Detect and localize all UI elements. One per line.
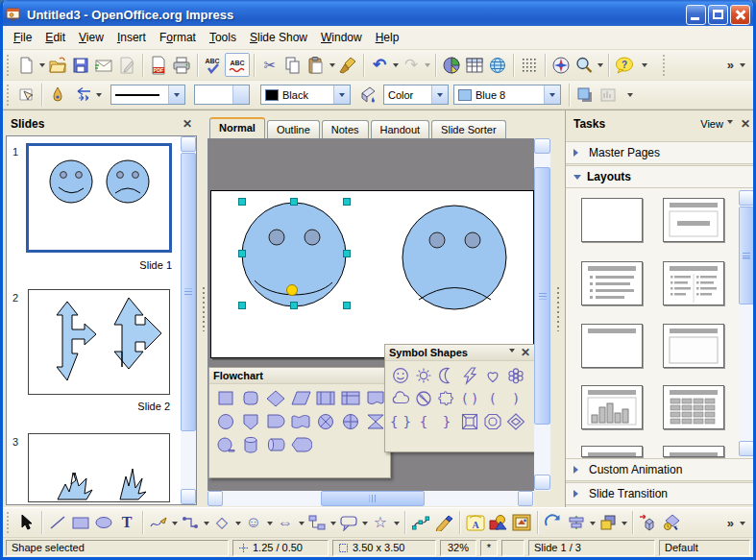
export-pdf-button[interactable]: PDF [147, 53, 170, 77]
section-layouts[interactable]: Layouts [566, 165, 756, 188]
menu-insert[interactable]: Insert [110, 27, 153, 48]
scroll-down-button[interactable] [739, 441, 754, 456]
flowchart-alternate-process[interactable] [239, 388, 263, 410]
curve-tool[interactable] [147, 511, 170, 535]
minimize-button[interactable] [686, 5, 706, 25]
slide-2-thumbnail[interactable] [28, 289, 170, 395]
moon-icon[interactable] [435, 365, 459, 387]
tasks-view-button[interactable]: View [700, 118, 723, 130]
flowchart-direct-access-storage[interactable] [264, 434, 288, 456]
flowchart-or[interactable] [314, 411, 338, 433]
menu-edit[interactable]: Edit [38, 27, 72, 48]
alignment-dropdown-arrow[interactable] [590, 522, 596, 528]
flowchart-off-page-connector[interactable] [239, 411, 263, 433]
redo-dropdown-arrow[interactable] [425, 63, 430, 70]
help-button[interactable]: ? [613, 53, 636, 77]
double-brace-icon[interactable]: { } [389, 411, 413, 433]
scroll-down-button[interactable] [181, 489, 196, 504]
symbol-shapes-tool[interactable]: ☺ [242, 511, 265, 535]
diamond-bevel-icon[interactable] [504, 411, 528, 433]
print-button[interactable] [170, 53, 193, 77]
arrange-dropdown-arrow[interactable] [622, 522, 627, 528]
connector-tool[interactable] [179, 511, 202, 535]
selection-handle-n[interactable] [290, 198, 298, 206]
connector-dropdown-arrow[interactable] [204, 522, 209, 528]
symbol-shapes-titlebar[interactable]: Symbol Shapes ✕ [385, 345, 534, 361]
scrollbar-thumb[interactable] [534, 167, 550, 425]
menu-window[interactable]: Window [314, 27, 369, 48]
scrollbar-thumb[interactable] [321, 491, 425, 506]
layout-title-chart[interactable] [581, 385, 643, 429]
section-slide-transition[interactable]: Slide Transition [566, 482, 756, 505]
tab-notes[interactable]: Notes [322, 120, 369, 138]
canvas-hscrollbar[interactable] [207, 491, 534, 506]
flowchart-display[interactable] [289, 434, 313, 456]
line-tool[interactable] [46, 511, 69, 535]
ellipse-tool[interactable] [92, 511, 115, 535]
scroll-down-button[interactable] [534, 475, 550, 490]
line-width-input[interactable] [194, 85, 250, 105]
arrow-style-dropdown-arrow[interactable] [96, 93, 102, 100]
callouts-tool[interactable] [337, 511, 360, 535]
new-dropdown-arrow[interactable] [39, 63, 45, 70]
slide-1-thumbnail[interactable] [26, 143, 172, 253]
status-zoom[interactable]: 32% [440, 540, 476, 556]
scrollbar-thumb[interactable] [181, 153, 196, 431]
navigator-button[interactable] [549, 53, 573, 77]
fill-type-dropdown-arrow[interactable] [431, 85, 448, 104]
block-arrows-dropdown-arrow[interactable] [299, 522, 305, 528]
format-paintbrush-button[interactable] [336, 53, 359, 77]
open-button[interactable] [46, 53, 69, 77]
right-brace-icon[interactable]: } [435, 411, 459, 433]
new-document-button[interactable] [14, 53, 37, 77]
symbol-shapes-dropdown-arrow[interactable] [509, 349, 515, 355]
edit-points-mode-button[interactable] [14, 83, 37, 107]
line-style-dropdown-arrow[interactable] [168, 85, 184, 104]
spellcheck-button[interactable]: ABC [202, 53, 225, 77]
arrange-button[interactable] [597, 511, 620, 535]
scroll-up-button[interactable] [739, 190, 754, 206]
menu-format[interactable]: Format [153, 27, 203, 48]
layout-title-bullets[interactable] [581, 261, 643, 305]
email-button[interactable] [92, 53, 115, 77]
edit-points-button[interactable] [409, 511, 432, 535]
tasks-view-dropdown-arrow[interactable] [727, 120, 733, 127]
display-grid-button[interactable] [518, 53, 541, 77]
autospellcheck-button[interactable]: ABC [225, 53, 250, 77]
slide-3-thumbnail[interactable] [28, 433, 170, 502]
menu-file[interactable]: File [7, 27, 38, 48]
line-style-select[interactable] [110, 85, 185, 105]
tab-outline[interactable]: Outline [267, 120, 320, 138]
extrusion-toggle-button[interactable] [637, 511, 660, 535]
flowchart-sequential-access[interactable] [214, 434, 238, 456]
zoom-button[interactable] [573, 53, 596, 77]
canvas-vscrollbar[interactable] [534, 138, 550, 491]
fill-button[interactable] [356, 83, 379, 107]
flowchart-magnetic-disc[interactable] [239, 434, 263, 456]
layout-title-content[interactable] [663, 198, 724, 242]
menu-help[interactable]: Help [369, 27, 406, 48]
curve-dropdown-arrow[interactable] [172, 522, 178, 528]
crop-button[interactable] [597, 83, 620, 107]
undo-dropdown-arrow[interactable] [393, 63, 399, 70]
scroll-left-button[interactable] [207, 491, 223, 506]
slide-canvas[interactable]: Flowchart [207, 138, 534, 491]
chart-button[interactable] [440, 53, 463, 77]
flowchart-delay[interactable] [264, 411, 288, 433]
callouts-dropdown-arrow[interactable] [362, 522, 368, 528]
undo-button[interactable]: ↶ [368, 53, 391, 77]
flower-icon[interactable] [504, 365, 528, 387]
octagon-bevel-icon[interactable] [481, 411, 505, 433]
scrollbar-thumb[interactable] [739, 207, 754, 304]
basic-shapes-tool[interactable]: ◇ [210, 511, 233, 535]
flowchart-data[interactable] [289, 388, 313, 410]
flowchart-toolbar-titlebar[interactable]: Flowchart [209, 368, 390, 384]
cloud-icon[interactable] [389, 388, 413, 410]
fill-color-select[interactable]: Blue 8 [453, 85, 561, 105]
layout-title-only[interactable] [581, 324, 643, 368]
glue-points-button[interactable] [432, 511, 455, 535]
tab-slide-sorter[interactable]: Slide Sorter [431, 120, 505, 138]
toolbar-options-arrow[interactable] [627, 93, 633, 100]
lightning-icon[interactable] [458, 365, 482, 387]
toolbar-grip[interactable] [6, 512, 11, 533]
